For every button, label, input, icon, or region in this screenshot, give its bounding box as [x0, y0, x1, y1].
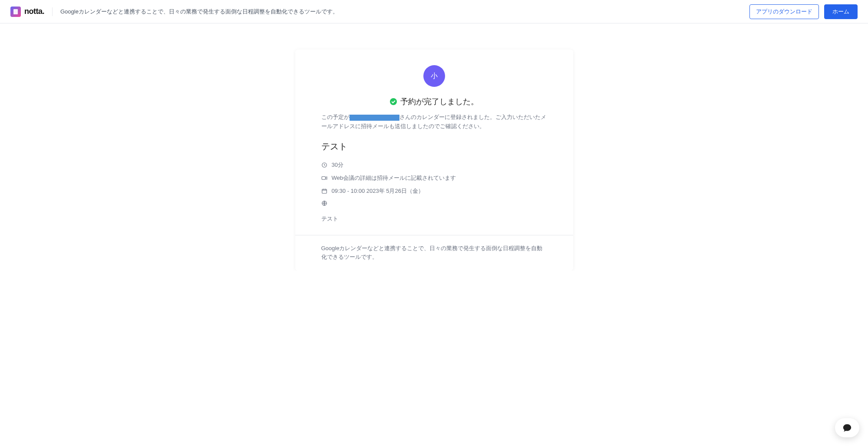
meeting-info: Web会議の詳細は招待メールに記載されています — [332, 174, 456, 182]
header-actions: アプリのダウンロード ホーム — [749, 4, 858, 19]
duration-value: 30分 — [332, 161, 343, 169]
success-row: 予約が完了しました。 — [321, 96, 547, 107]
meeting-row: Web会議の詳細は招待メールに記載されています — [321, 174, 547, 182]
card-footer: Googleカレンダーなどと連携することで、日々の業務で発生する面倒な日程調整を… — [295, 235, 573, 271]
confirmation-card: 小 予約が完了しました。 この予定がさんのカレンダーに登録されました。ご入力いた… — [295, 50, 573, 271]
duration-row: 30分 — [321, 161, 547, 169]
header-left: notta. Googleカレンダーなどと連携することで、日々の業務で発生する面… — [10, 7, 338, 17]
calendar-icon — [321, 188, 327, 194]
footer-text: Googleカレンダーなどと連携することで、日々の業務で発生する面倒な日程調整を… — [321, 245, 543, 261]
confirmation-text: この予定がさんのカレンダーに登録されました。ご入力いただいたメールアドレスに招待… — [321, 113, 547, 131]
datetime-row: 09:30 - 10:00 2023年 5月26日（金） — [321, 187, 547, 195]
logo-icon — [10, 7, 21, 17]
header-description: Googleカレンダーなどと連携することで、日々の業務で発生する面倒な日程調整を… — [60, 8, 338, 16]
header-divider — [52, 7, 53, 16]
main-content: 小 予約が完了しました。 この予定がさんのカレンダーに登録されました。ご入力いた… — [0, 23, 868, 271]
logo[interactable]: notta. — [10, 7, 44, 17]
home-button[interactable]: ホーム — [824, 4, 858, 19]
header: notta. Googleカレンダーなどと連携することで、日々の業務で発生する面… — [0, 0, 868, 23]
globe-row — [321, 200, 547, 206]
svg-rect-2 — [322, 189, 327, 193]
success-title: 予約が完了しました。 — [400, 96, 479, 107]
card-body: 小 予約が完了しました。 この予定がさんのカレンダーに登録されました。ご入力いた… — [295, 50, 573, 235]
confirm-prefix: この予定が — [321, 114, 350, 120]
event-title: テスト — [321, 141, 547, 152]
check-circle-icon — [390, 98, 397, 105]
globe-icon — [321, 200, 327, 206]
avatar-initial: 小 — [431, 72, 438, 81]
note-text: テスト — [321, 215, 547, 223]
video-icon — [321, 175, 327, 181]
clock-icon — [321, 162, 327, 168]
svg-rect-1 — [322, 176, 325, 179]
download-app-button[interactable]: アプリのダウンロード — [749, 4, 819, 19]
redacted-name — [350, 115, 399, 121]
datetime-value: 09:30 - 10:00 2023年 5月26日（金） — [332, 187, 424, 195]
avatar: 小 — [423, 65, 445, 87]
logo-text: notta. — [24, 7, 44, 16]
